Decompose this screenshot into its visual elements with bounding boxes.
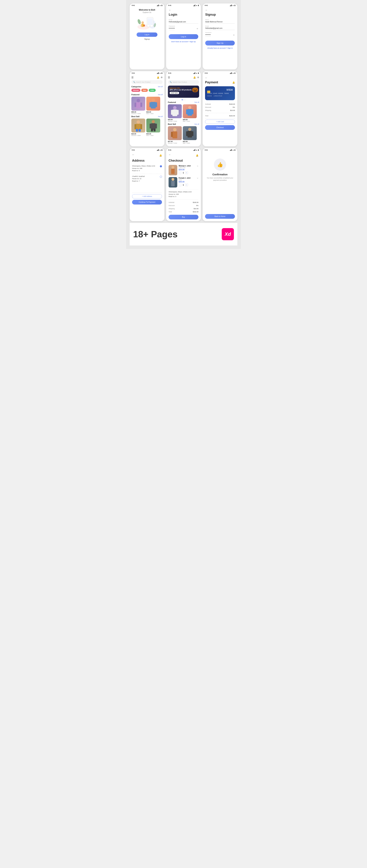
pages-label: 18+ Pages [133,229,177,239]
remove-item-2[interactable]: ✕ [197,177,198,180]
payment-divider-2 [205,118,235,119]
card-number: 1000 2345 6000 7890 [207,93,233,94]
category-woman-1[interactable]: Woman [131,89,140,92]
battery-icon-4: ▮ [162,72,162,74]
battery-icon: ▮ [162,4,162,6]
continue-payment-button[interactable]: Continue To Payment [132,200,162,205]
category-kids-1[interactable]: Kids [149,89,156,92]
back-arrow[interactable]: ← [169,9,198,11]
checkout-title: Checkout [169,159,198,162]
signup-submit-button[interactable]: Sign Up [205,41,235,45]
item1-price: $34.00 [179,168,198,170]
qty-increase-2[interactable]: + [185,184,188,186]
back-arrow-5[interactable]: ← [169,153,171,156]
svg-rect-11 [143,25,145,26]
status-icons-3: ▲ ▮ [230,4,235,6]
email-value[interactable]: Hellostiak@gmail.com [169,21,198,24]
product-name-4: Man T-Shirt [146,135,160,136]
bell-icon-2[interactable]: 🔔 [193,76,196,79]
svg-rect-31 [153,129,156,131]
back-arrow-2[interactable]: ← [205,9,235,11]
wifi-icon-7: ▲ [159,149,161,151]
radio-empty-1[interactable] [160,176,162,178]
svg-point-40 [173,128,176,131]
shop-screen-1: 9:41 ▲ ▮ ☰ 🔔 ⚙ 🔍 [130,71,164,146]
signal-icon-7 [157,149,159,151]
filter-icon-1[interactable]: ⚙ [161,76,163,79]
password-field-group: Password •••••••••• 👁 [169,25,198,30]
login-button[interactable]: Log in [137,32,158,37]
signup-email-group: Email Hellostiak@gmail.com [205,25,235,30]
bell-icon-5[interactable]: 🔔 [196,154,198,157]
radio-selected-1[interactable] [160,165,162,167]
buy-button[interactable]: Buy [169,215,198,219]
categories-see-all-1[interactable]: See all [158,86,163,88]
menu-icon-1[interactable]: ☰ [131,76,134,79]
svg-rect-35 [177,110,179,115]
checkout-subtotal-row: Subtotal $160.00 [169,201,198,204]
search-bar-2[interactable]: 🔍 Search Your Product [168,80,199,84]
checkout-button[interactable]: Checkout [205,125,235,130]
featured-title-2: Featured [168,101,176,103]
product-card-6[interactable]: $29.00 Man T-Shirt [183,104,197,122]
welcome-title: Welcome to Bolt [132,9,162,11]
subtotal-value: $160.00 [229,103,235,105]
search-bar-1[interactable]: 🔍 Search Your Product [131,80,163,84]
wifi-icon-2: ▲ [196,4,197,6]
signup-content: ← Signup Name Istiak Mahmud Remon Email … [203,7,237,51]
bell-icon-1[interactable]: 🔔 [157,76,159,79]
back-arrow-3[interactable]: ← [205,76,235,79]
login-title: Login [169,13,198,17]
bell-icon-3[interactable]: 🔔 [232,81,235,84]
category-man-1[interactable]: Man [141,89,148,92]
dot-1 [181,99,183,100]
product-price-3: $24.00 [131,133,145,135]
qty-decrease-1[interactable]: − [179,172,181,174]
product-price-4: $44.00 [146,133,160,135]
add-address-button[interactable]: + Add Address [132,194,162,198]
dot-3 [185,99,186,100]
back-arrow-4[interactable]: ← [132,153,135,156]
eye-icon-2[interactable]: 👁 [233,34,235,36]
filter-icon-2[interactable]: ⚙ [197,76,199,79]
remove-item-1[interactable]: ✕ [197,165,198,167]
featured-see-all-2[interactable]: See all [194,101,199,103]
login-submit-button[interactable]: Log in [169,34,198,39]
back-home-button[interactable]: Back to Home [205,214,235,219]
product-image-7 [168,126,182,140]
qty-decrease-2[interactable]: − [179,184,181,186]
welcome-illustration [137,15,158,30]
signup-password-value[interactable]: ••••••••• [205,34,211,36]
svg-point-5 [141,21,144,24]
bestsell-see-all-1[interactable]: See all [158,116,163,117]
featured-see-all-1[interactable]: See all [158,94,163,95]
shop-now-button[interactable]: SHOP NOW [170,92,179,94]
qty-increase-1[interactable]: + [185,172,188,174]
product-card-5[interactable]: $34.00 Woman T-Shirt [168,104,182,122]
eye-icon[interactable]: 👁 [197,28,198,30]
product-card-2[interactable]: $34.00 Man T-Shirt [146,97,160,115]
product-card-3[interactable]: $24.00 Woman T-Shirt [131,119,145,136]
bell-icon-4[interactable]: 🔔 [159,154,162,157]
product-card-8[interactable]: $22.00 Man T-Shirt [183,126,197,144]
checkout-subtotal-value: $160.00 [193,202,198,203]
promo-banner[interactable]: Halloween Offer 20% off in our All produ… [168,86,199,98]
address-text-2: Chatkhil, Noakhali House no: 22 Road no:… [132,175,145,182]
name-value[interactable]: Istiak Mahmud Remon [205,21,235,24]
add-card-button[interactable]: + Add Card [205,120,235,124]
featured-header-2: Featured See all [168,101,199,103]
product-card-4[interactable]: $44.00 Man T-Shirt [146,119,160,136]
bestsell-see-all-2[interactable]: See all [194,123,199,125]
explore-text: Explore Us [132,11,162,13]
name-field-group: Name Istiak Mahmud Remon [205,19,235,24]
signal-icon-3 [230,4,232,6]
signup-link[interactable]: Signup [132,38,162,40]
password-value[interactable]: •••••••••• [169,27,175,30]
wifi-icon-9: ▲ [232,149,234,151]
product-card-1[interactable]: $55.00 Woman T-Shirt [131,97,145,115]
menu-icon-2[interactable]: ☰ [168,76,170,79]
signup-email-value[interactable]: Hellostiak@gmail.com [205,27,235,30]
product-card-7[interactable]: $27.00 Woman T-Shirt [168,126,182,144]
product-price-1: $55.00 [131,111,145,113]
status-icons-4: ▲ ▮ [157,72,162,74]
